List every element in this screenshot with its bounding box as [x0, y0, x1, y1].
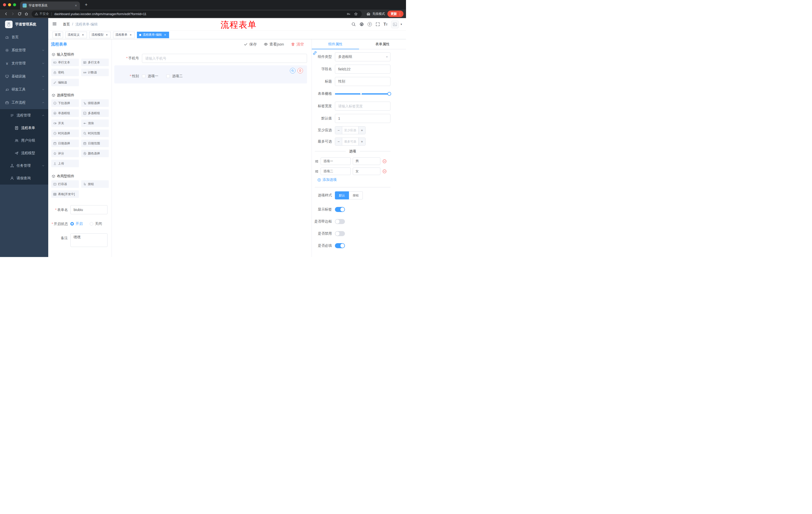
delete-widget-button[interactable] — [297, 68, 303, 74]
sidebar-item-task-management[interactable]: 任务管理 — [0, 159, 48, 172]
palette-item-radio-group[interactable]: 单选框组 — [51, 109, 79, 117]
stepper-plus-button[interactable]: + — [358, 138, 365, 145]
palette-item-row-container[interactable]: 行容器 — [51, 180, 79, 188]
palette-item-date-range[interactable]: 日期范围 — [81, 140, 109, 147]
field-name-input[interactable] — [335, 64, 390, 74]
sidebar-collapse-button[interactable] — [48, 22, 61, 27]
home-button[interactable] — [23, 10, 30, 17]
label-width-input[interactable] — [335, 102, 390, 111]
option-label-input[interactable] — [321, 167, 351, 175]
new-tab-button[interactable]: + — [83, 2, 89, 7]
address-bar[interactable]: 不安全 | dashboard.yudao.iocoder.cn/bpm/man… — [32, 10, 362, 17]
link-icon[interactable] — [313, 51, 317, 56]
breadcrumb-home[interactable]: 首页 — [63, 22, 70, 27]
default-value-input[interactable] — [335, 114, 390, 123]
palette-item-cascader[interactable]: 级联选择 — [81, 99, 109, 107]
sidebar-item-system[interactable]: 系统管理 — [0, 44, 48, 57]
macos-minimize-button[interactable] — [8, 3, 11, 6]
palette-item-button[interactable]: 按钮 — [81, 180, 109, 188]
radio-off[interactable]: 关闭 — [90, 221, 102, 226]
with-border-toggle[interactable] — [335, 219, 345, 224]
palette-item-time-picker[interactable]: 时间选择 — [51, 130, 79, 137]
palette-item-checkbox-group[interactable]: 多选框组 — [81, 109, 109, 117]
clear-button[interactable]: 清空 — [291, 42, 304, 47]
sidebar-item-infrastructure[interactable]: 基础设施 — [0, 70, 48, 83]
show-label-toggle[interactable] — [335, 207, 345, 212]
avatar[interactable] — [391, 21, 399, 28]
bookmark-star-icon[interactable] — [353, 11, 359, 17]
option-value-input[interactable] — [353, 167, 380, 175]
stepper-minus-button[interactable]: − — [335, 138, 342, 145]
palette-item-color-picker[interactable]: 颜色选择 — [81, 150, 109, 157]
fullscreen-icon[interactable] — [376, 22, 380, 26]
slider-handle[interactable] — [387, 92, 391, 96]
remove-option-icon[interactable] — [382, 159, 387, 163]
title-input[interactable] — [335, 77, 390, 86]
component-type-select[interactable]: 多选框组▾ — [335, 52, 390, 61]
option-label-input[interactable] — [321, 157, 351, 165]
sidebar-item-devtools[interactable]: 研发工具 — [0, 83, 48, 96]
forward-button[interactable] — [9, 10, 16, 17]
sidebar-item-process-model[interactable]: 流程模型 — [0, 147, 48, 159]
drag-handle-icon[interactable] — [315, 159, 319, 163]
browser-menu-icon[interactable]: ⋮ — [398, 12, 402, 16]
radio-on[interactable]: 开启 — [70, 221, 83, 226]
tab-close-icon[interactable]: × — [74, 3, 78, 7]
close-icon[interactable]: × — [105, 33, 109, 37]
close-icon[interactable]: × — [81, 33, 85, 37]
macos-zoom-button[interactable] — [13, 3, 16, 6]
tag-process-form-edit[interactable]: 流程表单-编辑× — [137, 32, 169, 38]
view-json-button[interactable]: 查看json — [264, 42, 284, 47]
sidebar-item-process-management[interactable]: 流程管理 — [0, 109, 48, 122]
close-icon[interactable]: × — [163, 33, 167, 37]
checkbox-option-2[interactable]: 选项二 — [166, 74, 183, 78]
sidebar-item-workflow[interactable]: 工作流程 — [0, 96, 48, 109]
palette-item-editor[interactable]: 编辑器 — [51, 79, 79, 86]
copy-widget-button[interactable] — [290, 68, 295, 74]
palette-item-counter[interactable]: 123计数器 — [81, 69, 109, 76]
password-key-icon[interactable] — [345, 11, 351, 17]
help-icon[interactable]: ? — [368, 22, 372, 26]
grid-slider[interactable] — [335, 89, 390, 98]
update-button[interactable]: 更新 ⋮ — [387, 10, 404, 17]
close-icon[interactable]: × — [129, 33, 133, 37]
palette-item-multi-line-text[interactable]: 多行文本 — [81, 59, 109, 66]
tab-form-props[interactable]: 表单属性 — [359, 39, 406, 49]
palette-item-time-range[interactable]: 时间范围 — [81, 130, 109, 137]
tag-home[interactable]: 首页 — [53, 32, 63, 38]
search-icon[interactable] — [351, 22, 356, 26]
palette-item-switch[interactable]: 开关 — [51, 119, 79, 127]
tab-component-props[interactable]: 组件属性 — [312, 39, 359, 49]
form-name-input[interactable] — [70, 205, 108, 214]
app-logo[interactable]: 芋道管理系统 — [0, 18, 48, 31]
drag-handle-icon[interactable] — [315, 169, 319, 173]
tag-process-form[interactable]: 流程表单× — [113, 32, 135, 38]
tag-process-definition[interactable]: 流程定义× — [65, 32, 87, 38]
github-icon[interactable] — [359, 22, 364, 26]
palette-item-select[interactable]: 下拉选择 — [51, 99, 79, 107]
disabled-toggle[interactable] — [335, 231, 345, 236]
phone-input[interactable] — [142, 54, 307, 63]
sidebar-item-user-group[interactable]: 用户分组 — [0, 134, 48, 147]
widget-gender-selected[interactable]: *性别 选项一 选项二 — [114, 65, 307, 83]
remove-option-icon[interactable] — [382, 169, 387, 173]
checkbox-option-1[interactable]: 选项一 — [142, 74, 158, 78]
style-default-button[interactable]: 默认 — [335, 191, 349, 199]
sidebar-item-home[interactable]: 首页 — [0, 31, 48, 44]
add-option-button[interactable]: 添加选项 — [317, 178, 390, 182]
sidebar-item-leave-query[interactable]: 请假查询 — [0, 172, 48, 185]
option-value-input[interactable] — [353, 157, 380, 165]
stepper-minus-button[interactable]: − — [335, 127, 342, 134]
style-button-button[interactable]: 按钮 — [349, 191, 363, 199]
macos-close-button[interactable] — [3, 3, 6, 6]
palette-item-password[interactable]: 密码 — [51, 69, 79, 76]
max-select-value[interactable]: 最多可选 — [342, 138, 358, 145]
min-select-value[interactable]: 至少应选 — [342, 127, 358, 134]
remark-textarea[interactable]: 嘿嘿 — [70, 233, 108, 247]
reload-button[interactable] — [16, 10, 23, 17]
back-button[interactable] — [2, 10, 9, 17]
palette-item-date-picker[interactable]: 日期选择 — [51, 140, 79, 147]
tag-process-model[interactable]: 流程模型× — [89, 32, 111, 38]
avatar-caret-icon[interactable]: ▾ — [401, 23, 402, 26]
required-toggle[interactable] — [335, 243, 345, 248]
